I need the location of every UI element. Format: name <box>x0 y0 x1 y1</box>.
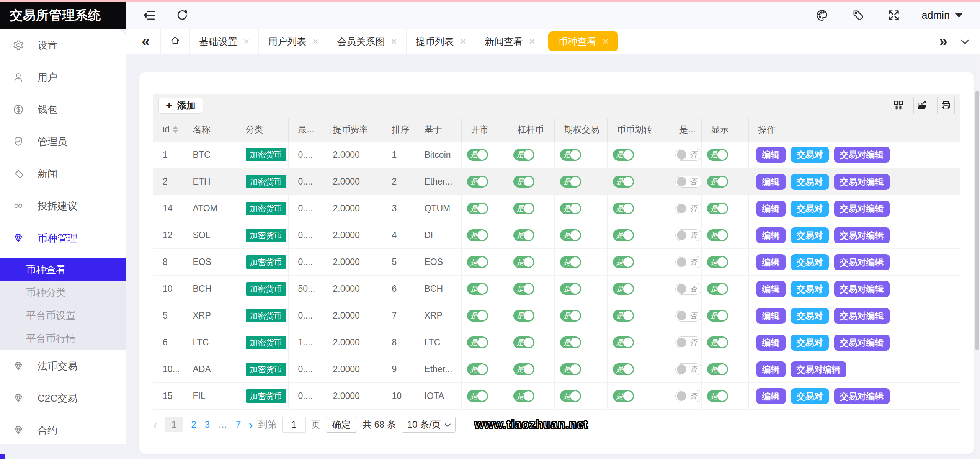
option-toggle[interactable]: 是 <box>560 390 581 402</box>
pair-edit-button[interactable]: 交易对编辑 <box>834 388 890 404</box>
sidebar-subitem[interactable]: 币种查看 <box>0 258 126 281</box>
print-button[interactable] <box>937 97 955 114</box>
option-toggle[interactable]: 是 <box>560 310 581 322</box>
show-toggle[interactable]: 是 <box>707 149 728 161</box>
page-link[interactable]: 2 <box>191 419 196 430</box>
show-toggle[interactable]: 是 <box>707 336 728 348</box>
tab-home[interactable] <box>161 29 190 54</box>
tab-item[interactable]: 用户列表× <box>259 29 328 54</box>
open-toggle[interactable]: 是 <box>467 336 488 348</box>
edit-button[interactable]: 编辑 <box>756 174 786 190</box>
pair-button[interactable]: 交易对 <box>791 254 829 270</box>
sidebar-item[interactable]: C2C交易 <box>0 382 126 414</box>
transfer-toggle[interactable]: 是 <box>613 336 634 348</box>
close-icon[interactable]: × <box>529 36 535 47</box>
sidebar-subitem[interactable]: 币种分类 <box>0 281 126 304</box>
pair-button[interactable]: 交易对 <box>791 335 829 351</box>
tabs-menu-icon[interactable] <box>961 36 969 44</box>
lever-toggle[interactable]: 是 <box>513 203 534 214</box>
edit-button[interactable]: 编辑 <box>756 308 786 324</box>
lever-toggle[interactable]: 是 <box>513 390 534 402</box>
columns-button[interactable] <box>890 97 907 114</box>
lever-toggle[interactable]: 是 <box>513 336 534 348</box>
pair-edit-button[interactable]: 交易对编辑 <box>834 227 890 243</box>
transfer-toggle[interactable]: 是 <box>613 176 634 188</box>
tab-item[interactable]: 新闻查看× <box>475 29 544 54</box>
open-toggle[interactable]: 是 <box>467 149 488 161</box>
show-toggle[interactable]: 是 <box>707 283 728 295</box>
pair-edit-button[interactable]: 交易对编辑 <box>834 254 890 270</box>
close-icon[interactable]: × <box>243 36 249 47</box>
tab-item[interactable]: 会员关系图× <box>328 29 407 54</box>
prev-page-button[interactable]: ‹ <box>153 418 157 431</box>
tab-active[interactable]: 币种查看× <box>548 31 618 51</box>
option-toggle[interactable]: 是 <box>560 176 581 188</box>
add-button[interactable]: + 添加 <box>158 98 203 114</box>
open-toggle[interactable]: 是 <box>467 203 488 214</box>
option-toggle[interactable]: 是 <box>560 229 581 241</box>
pair-button[interactable]: 交易对 <box>791 227 829 243</box>
collapse-sidebar-icon[interactable] <box>141 7 158 24</box>
pair-edit-button[interactable]: 交易对编辑 <box>834 308 890 324</box>
pair-button[interactable]: 交易对 <box>791 174 829 190</box>
lever-toggle[interactable]: 是 <box>513 310 534 322</box>
open-toggle[interactable]: 是 <box>467 176 488 188</box>
show-toggle[interactable]: 是 <box>707 256 728 268</box>
sidebar-item[interactable]: 投拆建议 <box>0 190 126 222</box>
option-toggle[interactable]: 是 <box>560 363 581 375</box>
islegal-toggle[interactable]: 否 <box>675 390 702 402</box>
sidebar-item[interactable]: 法币交易 <box>0 350 126 382</box>
edit-button[interactable]: 编辑 <box>756 335 786 351</box>
sidebar-subitem[interactable]: 平台币行情 <box>0 327 126 350</box>
edit-button[interactable]: 编辑 <box>756 201 786 217</box>
islegal-toggle[interactable]: 否 <box>675 363 702 375</box>
open-toggle[interactable]: 是 <box>467 229 488 241</box>
transfer-toggle[interactable]: 是 <box>613 256 634 268</box>
close-icon[interactable]: × <box>603 36 608 47</box>
islegal-toggle[interactable]: 否 <box>675 229 702 241</box>
next-page-button[interactable]: › <box>248 418 253 431</box>
islegal-toggle[interactable]: 否 <box>675 176 702 188</box>
pair-edit-button[interactable]: 交易对编辑 <box>834 281 890 297</box>
transfer-toggle[interactable]: 是 <box>613 363 634 375</box>
transfer-toggle[interactable]: 是 <box>613 390 634 402</box>
option-toggle[interactable]: 是 <box>560 203 581 214</box>
export-button[interactable] <box>913 97 931 114</box>
pair-button[interactable]: 交易对 <box>791 147 829 163</box>
pair-edit-button[interactable]: 交易对编辑 <box>834 201 890 217</box>
show-toggle[interactable]: 是 <box>707 203 728 214</box>
page-link[interactable]: 3 <box>205 419 210 430</box>
confirm-page-button[interactable]: 确定 <box>326 417 357 433</box>
tab-item[interactable]: 提币列表× <box>407 29 475 54</box>
scrollbar-thumb[interactable] <box>975 91 979 350</box>
lever-toggle[interactable]: 是 <box>513 283 534 295</box>
transfer-toggle[interactable]: 是 <box>613 149 634 161</box>
open-toggle[interactable]: 是 <box>467 310 488 322</box>
transfer-toggle[interactable]: 是 <box>613 203 634 214</box>
user-menu[interactable]: admin <box>921 10 963 21</box>
close-icon[interactable]: × <box>312 36 318 47</box>
pair-button[interactable]: 交易对 <box>791 308 829 324</box>
edit-button[interactable]: 编辑 <box>756 361 786 377</box>
close-icon[interactable]: × <box>460 36 466 47</box>
tab-item[interactable]: 基础设置× <box>190 29 259 54</box>
edit-button[interactable]: 编辑 <box>756 388 786 404</box>
sidebar-item[interactable]: 管理员 <box>0 126 126 158</box>
lever-toggle[interactable]: 是 <box>513 256 534 268</box>
page-link[interactable]: 1 <box>165 417 183 432</box>
edit-button[interactable]: 编辑 <box>756 147 786 163</box>
lever-toggle[interactable]: 是 <box>513 229 534 241</box>
transfer-toggle[interactable]: 是 <box>613 283 634 295</box>
open-toggle[interactable]: 是 <box>467 256 488 268</box>
sidebar-item[interactable]: 合约 <box>0 414 126 446</box>
open-toggle[interactable]: 是 <box>467 390 488 402</box>
islegal-toggle[interactable]: 否 <box>675 310 702 322</box>
sort-icon[interactable] <box>173 126 178 133</box>
islegal-toggle[interactable]: 否 <box>675 203 702 214</box>
fullscreen-icon[interactable] <box>885 7 902 24</box>
pair-button[interactable]: 交易对 <box>791 281 829 297</box>
edit-button[interactable]: 编辑 <box>756 281 786 297</box>
pair-edit-button[interactable]: 交易对编辑 <box>834 174 890 190</box>
show-toggle[interactable]: 是 <box>707 176 728 188</box>
pair-edit-button[interactable]: 交易对编辑 <box>791 361 846 377</box>
